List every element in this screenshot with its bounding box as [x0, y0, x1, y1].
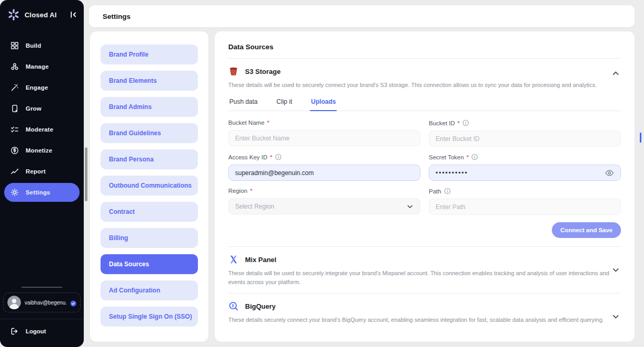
settings-nav-item-brand-admins[interactable]: Brand Admins — [101, 97, 198, 117]
content-scrollbar-thumb[interactable] — [85, 147, 87, 201]
bucket-name-label: Bucket Name * — [228, 120, 420, 126]
sidebar-header: Closed AI — [0, 0, 84, 32]
secret-token-input[interactable]: •••••••••• — [429, 165, 621, 181]
tab-push-data[interactable]: Push data — [228, 96, 259, 111]
wand-icon — [10, 83, 19, 92]
tab-label: Push data — [229, 98, 258, 105]
connect-and-save-button[interactable]: Connect and Save — [552, 222, 621, 238]
checklist-icon — [10, 125, 19, 134]
region-placeholder: Select Region — [235, 203, 274, 210]
sidebar-item-engage[interactable]: Engage — [0, 77, 84, 98]
mixpanel-section-description: These details will be used to securely i… — [228, 269, 613, 287]
data-sources-panel: Data Sources S3 Storage These details wi… — [215, 31, 635, 342]
logout-button[interactable]: Logout — [0, 319, 84, 344]
bucket-name-field: Bucket Name * — [228, 120, 420, 147]
settings-nav-item-brand-guidelines[interactable]: Brand Guidelines — [101, 123, 198, 143]
settings-nav-label: Brand Profile — [109, 51, 148, 58]
mixpanel-section: Mix Panel These details will be used to … — [228, 254, 621, 287]
bigquery-section-description: These details securely connect your bran… — [228, 316, 613, 324]
info-icon[interactable] — [471, 154, 478, 160]
sidebar-item-label: Manage — [26, 63, 49, 70]
user-account-chip[interactable]: vaibhav@begenu... — [3, 292, 81, 312]
s3-section-description: These details will be used to securely c… — [228, 81, 618, 90]
nodes-icon — [10, 62, 19, 71]
bigquery-section: BigQuery These details securely connect … — [228, 301, 621, 324]
show-password-eye-icon[interactable] — [605, 168, 614, 178]
page-header: Settings — [89, 5, 635, 27]
region-field: Region * Select Region — [228, 188, 420, 215]
tab-uploads[interactable]: Uploads — [310, 96, 337, 111]
required-asterisk: * — [270, 154, 272, 160]
divider — [228, 58, 621, 59]
sidebar-item-report[interactable]: Report — [0, 161, 84, 182]
closed-ai-logo-icon — [7, 8, 20, 21]
settings-nav-item-outbound-communications[interactable]: Outbound Communications — [101, 176, 198, 196]
s3-bucket-icon — [228, 66, 239, 77]
required-asterisk: * — [458, 120, 460, 126]
settings-nav-item-brand-persona[interactable]: Brand Persona — [101, 149, 198, 169]
settings-nav-item-contract[interactable]: Contract — [101, 202, 198, 222]
sidebar-item-monetize[interactable]: Monetize — [0, 140, 84, 161]
settings-nav-item-brand-elements[interactable]: Brand Elements — [101, 71, 198, 91]
bucket-name-input[interactable] — [228, 130, 420, 146]
access-key-id-input[interactable] — [228, 165, 420, 181]
sidebar-item-build[interactable]: Build — [0, 35, 84, 56]
settings-nav-label: Brand Elements — [109, 77, 157, 84]
sidebar: Closed AI BuildManageEngageGrowModerateM… — [0, 0, 84, 347]
chevron-up-icon[interactable] — [612, 69, 620, 78]
sidebar-item-grow[interactable]: Grow — [0, 98, 84, 119]
info-icon[interactable] — [444, 188, 451, 194]
settings-nav-item-setup-single-sign-on-sso[interactable]: Setup Single Sign On (SSO) — [101, 307, 198, 327]
bigquery-section-title: BigQuery — [245, 302, 276, 310]
s3-storage-section: S3 Storage These details will be used to… — [228, 66, 621, 238]
divider — [228, 246, 621, 247]
region-select[interactable]: Select Region — [228, 198, 420, 214]
bucket-id-input[interactable] — [429, 131, 621, 147]
settings-nav-label: Billing — [109, 234, 128, 242]
tab-label: Uploads — [311, 98, 336, 105]
bigquery-logo-icon — [228, 301, 239, 311]
collapse-sidebar-icon[interactable] — [69, 10, 77, 19]
s3-tabs: Push dataClip itUploads — [228, 96, 621, 111]
bucket-id-label: Bucket ID * — [429, 120, 621, 126]
secret-token-field: Secret Token * •••••••••• — [429, 154, 621, 181]
sidebar-item-label: Moderate — [26, 126, 53, 133]
divider — [228, 293, 621, 294]
grid-icon — [10, 41, 19, 50]
settings-nav-label: Brand Admins — [109, 103, 152, 111]
chevron-down-icon[interactable] — [612, 266, 620, 274]
sidebar-item-moderate[interactable]: Moderate — [0, 119, 84, 140]
settings-nav-item-ad-configuration[interactable]: Ad Configuration — [101, 280, 198, 300]
settings-nav-label: Setup Single Sign On (SSO) — [109, 313, 192, 320]
sidebar-item-label: Engage — [26, 84, 48, 91]
sidebar-item-settings[interactable]: Settings — [4, 183, 80, 202]
path-field: Path — [429, 188, 621, 215]
sidebar-menu: BuildManageEngageGrowModerateMonetizeRep… — [0, 32, 84, 287]
settings-nav-item-billing[interactable]: Billing — [101, 228, 198, 248]
settings-nav: Brand ProfileBrand ElementsBrand AdminsB… — [90, 31, 208, 342]
user-avatar — [7, 296, 21, 309]
access-key-id-field: Access Key ID * — [228, 154, 420, 181]
chevron-down-icon[interactable] — [612, 312, 620, 321]
panel-title: Data Sources — [228, 43, 621, 51]
settings-nav-item-data-sources[interactable]: Data Sources — [101, 254, 198, 274]
info-icon[interactable] — [462, 120, 469, 126]
required-asterisk: * — [267, 120, 269, 126]
sidebar-item-label: Settings — [26, 189, 50, 196]
trend-chart-icon — [10, 167, 19, 176]
masked-secret-value: •••••••••• — [436, 169, 605, 177]
settings-nav-label: Contract — [109, 208, 135, 215]
tab-clip-it[interactable]: Clip it — [275, 96, 293, 111]
text-cursor-mark — [640, 133, 641, 143]
user-email: vaibhav@begenu... — [25, 300, 66, 306]
verified-badge-icon — [70, 299, 76, 306]
path-input[interactable] — [429, 199, 621, 215]
sidebar-footer: vaibhav@begenu... Logout — [0, 287, 84, 347]
dollar-circle-icon — [10, 146, 19, 155]
info-icon[interactable] — [275, 154, 282, 160]
settings-nav-label: Brand Persona — [109, 156, 153, 163]
mixpanel-section-title: Mix Panel — [245, 256, 276, 264]
sidebar-item-manage[interactable]: Manage — [0, 56, 84, 77]
sidebar-item-label: Grow — [26, 105, 41, 112]
settings-nav-item-brand-profile[interactable]: Brand Profile — [101, 45, 198, 64]
